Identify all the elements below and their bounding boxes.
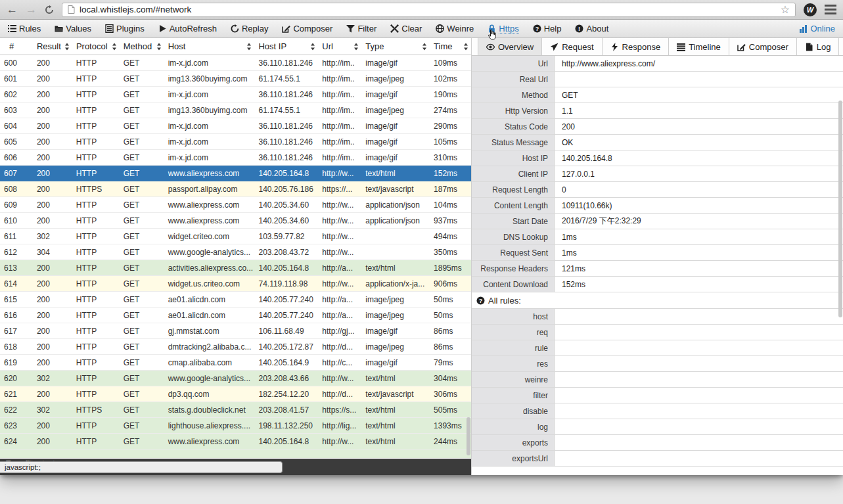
table-row[interactable]: 602200HTTPGETim-x.jd.com36.110.181.246ht… <box>0 87 471 103</box>
tab-request[interactable]: Request <box>542 38 602 55</box>
cell-result: 200 <box>33 358 72 367</box>
toolbar-item-values[interactable]: Values <box>55 24 91 34</box>
whistle-extension-icon[interactable]: W <box>804 3 817 16</box>
tab-overview[interactable]: Overview <box>478 38 542 55</box>
table-row[interactable]: 621200HTTPGETdp3.qq.com182.254.12.20http… <box>0 386 471 402</box>
detail-row: Content Download152ms <box>472 277 843 292</box>
toolbar-item-weinre[interactable]: Weinre <box>436 24 474 34</box>
cell-hostip: 36.110.181.246 <box>254 90 318 99</box>
table-row[interactable]: 608200HTTPSGETpassport.alipay.com140.205… <box>0 181 471 197</box>
cell-host: passport.alipay.com <box>164 185 255 194</box>
table-row[interactable]: 613200HTTPGETactivities.aliexpress.co...… <box>0 260 471 276</box>
table-row[interactable]: 600200HTTPGETim-x.jd.com36.110.181.246ht… <box>0 55 471 71</box>
table-row[interactable]: 615200HTTPGETae01.alicdn.com140.205.77.2… <box>0 292 471 308</box>
table-row[interactable]: 606200HTTPGETim-x.jd.com36.110.181.246ht… <box>0 150 471 166</box>
sort-icon <box>246 43 252 51</box>
table-row[interactable]: 603200HTTPGETimg13.360buyimg.com61.174.5… <box>0 103 471 118</box>
bookmark-star-icon[interactable]: ☆ <box>781 3 790 16</box>
forward-icon[interactable]: → <box>26 4 37 15</box>
column-header-type[interactable]: Type <box>361 38 430 55</box>
cell-time: 187ms <box>430 185 471 194</box>
cell-method: GET <box>120 90 164 99</box>
column-label: Type <box>365 41 384 51</box>
tab-composer[interactable]: Composer <box>729 38 797 55</box>
table-row[interactable]: 619200HTTPGETcmap.alibaba.com140.205.164… <box>0 355 471 371</box>
cell-type: image/gif <box>361 90 430 99</box>
cell-result: 302 <box>33 374 72 383</box>
cell-time: 304ms <box>430 374 471 383</box>
cell-num: 610 <box>0 216 33 225</box>
table-row[interactable]: 601200HTTPGETimg13.360buyimg.com61.174.5… <box>0 71 471 87</box>
toolbar-item-about[interactable]: ! About <box>575 24 608 34</box>
toolbar-item-label: Filter <box>357 24 376 34</box>
toolbar-item-filter[interactable]: Filter <box>346 24 376 34</box>
svg-text:?: ? <box>479 297 483 304</box>
table-row[interactable]: 609200HTTPGETwww.aliexpress.com140.205.3… <box>0 197 471 213</box>
cell-result: 200 <box>33 106 72 115</box>
tab-timeline[interactable]: Timeline <box>669 38 729 55</box>
cell-type: text/html <box>361 405 430 415</box>
cell-num: 613 <box>0 263 33 273</box>
table-row[interactable]: 611302HTTPGETwidget.criteo.com103.59.77.… <box>0 229 471 244</box>
detail-row-label: DNS Lookup <box>472 229 555 244</box>
menu-icon[interactable] <box>825 5 836 14</box>
column-header-time[interactable]: Time <box>430 38 471 55</box>
table-row[interactable]: 618200HTTPGETdmtracking2.alibaba.c...140… <box>0 339 471 355</box>
table-row[interactable]: 604200HTTPGETim-x.jd.com36.110.181.246ht… <box>0 118 471 134</box>
cell-time: 104ms <box>430 200 471 210</box>
table-row[interactable]: 616200HTTPGETae01.alicdn.com140.205.77.2… <box>0 308 471 323</box>
toolbar-item-autorefresh[interactable]: AutoRefresh <box>158 24 217 34</box>
toolbar-item-plugins[interactable]: Plugins <box>105 24 145 34</box>
toolbar-item-rules[interactable]: Rules <box>8 24 41 34</box>
detail-row: Urlhttp://www.aliexpress.com/ <box>472 56 843 72</box>
detail-row: Status Code200 <box>472 119 843 135</box>
table-row[interactable]: 620302HTTPGETwww.google-analytics...203.… <box>0 371 471 386</box>
toolbar-item-clear[interactable]: Clear <box>390 24 422 34</box>
detail-scrollbar[interactable] <box>838 101 842 317</box>
detail-row: log <box>472 419 843 435</box>
tab-label: Timeline <box>689 42 721 52</box>
detail-row-label: Content Download <box>472 277 555 292</box>
column-header-result[interactable]: Result <box>33 38 72 55</box>
cell-url: http://a... <box>318 263 361 273</box>
cell-hostip: 203.208.43.72 <box>254 248 318 257</box>
table-row[interactable]: 624200HTTPGETwww.aliexpress.com140.205.1… <box>0 434 471 449</box>
column-header-url[interactable]: Url <box>318 38 361 55</box>
column-header-host[interactable]: Host <box>164 38 255 55</box>
toolbar-item-replay[interactable]: Replay <box>231 24 268 34</box>
online-status[interactable]: Online <box>799 24 835 34</box>
table-row[interactable]: 612304HTTPGETwww.google-analytics...203.… <box>0 244 471 260</box>
table-row[interactable]: 610200HTTPGETwww.aliexpress.com140.205.3… <box>0 213 471 229</box>
detail-row: exportsUrl <box>472 451 843 467</box>
cell-protocol: HTTP <box>72 216 120 225</box>
toolbar-item-https[interactable]: Https <box>488 24 518 34</box>
cell-time: 86ms <box>430 327 471 336</box>
reload-icon[interactable] <box>45 5 54 14</box>
table-row[interactable]: 607200HTTPGETwww.aliexpress.com140.205.1… <box>0 166 471 181</box>
table-row-partial[interactable] <box>0 449 471 458</box>
cell-num: 612 <box>0 248 33 257</box>
column-label: Result <box>37 41 61 51</box>
toolbar-item-composer[interactable]: Composer <box>282 24 332 34</box>
tab-log[interactable]: Log <box>797 38 840 55</box>
cell-protocol: HTTP <box>72 232 120 241</box>
url-bar[interactable]: local.whistlejs.com/#network ☆ <box>62 3 796 17</box>
send-icon <box>550 43 558 51</box>
detail-row-label: filter <box>472 388 555 403</box>
table-row[interactable]: 622302HTTPSGETstats.g.doubleclick.net203… <box>0 402 471 418</box>
column-header-hostip[interactable]: Host IP <box>254 38 318 55</box>
table-row[interactable]: 623200HTTPGETlighthouse.aliexpress....19… <box>0 418 471 434</box>
column-header-method[interactable]: Method <box>120 38 164 55</box>
toolbar-item-help[interactable]: ? Help <box>533 24 562 34</box>
tab-response[interactable]: Response <box>603 38 670 55</box>
cell-num: 604 <box>0 122 33 131</box>
column-header-index[interactable]: # <box>0 38 33 55</box>
network-scrollbar[interactable] <box>467 417 470 455</box>
table-row[interactable]: 617200HTTPGETgj.mmstat.com106.11.68.49ht… <box>0 323 471 339</box>
cell-result: 200 <box>33 421 72 430</box>
column-header-protocol[interactable]: Protocol <box>72 38 120 55</box>
back-icon[interactable]: ← <box>7 4 18 15</box>
cell-num: 619 <box>0 358 33 367</box>
table-row[interactable]: 614200HTTPGETwidget.us.criteo.com74.119.… <box>0 276 471 292</box>
table-row[interactable]: 605200HTTPGETim-x.jd.com36.110.181.246ht… <box>0 134 471 150</box>
